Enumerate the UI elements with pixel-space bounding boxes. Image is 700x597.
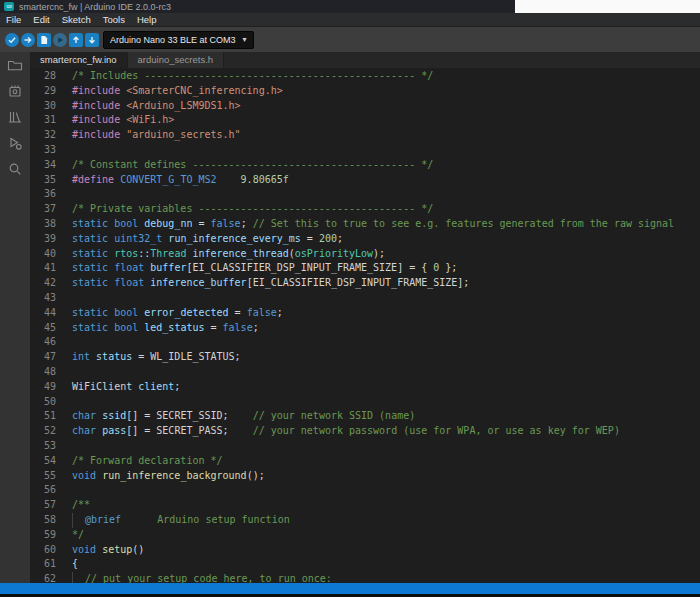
line-number: 60 — [30, 543, 64, 558]
code-token: char — [72, 410, 96, 421]
code-token: buffer — [150, 262, 186, 273]
verify-button[interactable] — [4, 32, 19, 47]
line-number: 50 — [30, 395, 64, 410]
check-icon — [5, 33, 19, 47]
code-token: static — [72, 248, 108, 259]
sidebar-item-library-manager[interactable] — [0, 104, 30, 130]
code-text: // put your setup code here, to run once… — [64, 572, 332, 583]
code-text: { — [64, 557, 78, 572]
code-line: 44static bool error_detected = false; — [30, 306, 700, 321]
code-line: 51char ssid[] = SECRET_SSID; // your net… — [30, 409, 700, 424]
line-number: 57 — [30, 498, 64, 513]
line-number: 62 — [30, 572, 64, 583]
board-selector[interactable]: Arduino Nano 33 BLE at COM3 ▾ — [103, 31, 254, 49]
line-number: 39 — [30, 232, 64, 247]
code-line: 36 — [30, 187, 700, 202]
line-number: 46 — [30, 335, 64, 350]
line-number: 43 — [30, 291, 64, 306]
toolbar: Arduino Nano 33 BLE at COM3 ▾ — [0, 26, 700, 52]
tab-smartercnc-fw-ino[interactable]: smartercnc_fw.ino — [30, 52, 128, 68]
books-icon — [7, 109, 23, 125]
background-window-area — [515, 0, 700, 13]
code-token: static — [72, 277, 108, 288]
code-token: [EI_CLASSIFIER_DSP_INPUT_FRAME_SIZE]; — [247, 277, 470, 288]
tab-arduino-secrets-h[interactable]: arduino_secrets.h — [128, 52, 225, 68]
menu-bar: FileEditSketchToolsHelp — [0, 13, 700, 26]
code-text: #include "arduino_secrets.h" — [64, 128, 241, 143]
code-token: void — [72, 470, 96, 481]
menu-item-tools[interactable]: Tools — [97, 13, 131, 26]
line-number: 54 — [30, 454, 64, 469]
code-token: ssid — [102, 410, 126, 421]
code-token: int — [72, 351, 90, 362]
folder-icon — [7, 57, 23, 73]
code-text: static bool error_detected = false; — [64, 306, 283, 321]
code-token: /** — [72, 499, 90, 510]
code-token: }; — [439, 262, 457, 273]
code-text — [64, 439, 72, 454]
new-sketch-button[interactable] — [36, 32, 51, 47]
code-line: 46 — [30, 335, 700, 350]
line-number: 53 — [30, 439, 64, 454]
menu-item-file[interactable]: File — [0, 13, 27, 26]
title-bar: ∞ smartercnc_fw | Arduino IDE 2.0.0-rc3 — [0, 0, 700, 13]
code-line: 42static float inference_buffer[EI_CLASS… — [30, 276, 700, 291]
app-window: ∞ smartercnc_fw | Arduino IDE 2.0.0-rc3 … — [0, 0, 700, 597]
line-number: 61 — [30, 557, 64, 572]
code-text: void setup() — [64, 543, 144, 558]
upload-button[interactable] — [20, 32, 35, 47]
code-line: 52char pass[] = SECRET_PASS; // your net… — [30, 424, 700, 439]
line-number: 42 — [30, 276, 64, 291]
code-token: bool — [114, 218, 138, 229]
sidebar-item-search[interactable] — [0, 156, 30, 182]
code-token: // your network password (use for WPA, o… — [253, 425, 620, 436]
bottom-panel-resize-handle[interactable] — [0, 583, 700, 594]
code-line: 43 — [30, 291, 700, 306]
code-line: 54/* Forward declaration */ — [30, 454, 700, 469]
code-token: ; — [337, 233, 343, 244]
tab-bar: smartercnc_fw.inoarduino_secrets.h — [30, 52, 700, 68]
arduino-logo-icon: ∞ — [4, 2, 14, 11]
code-token: #include — [72, 85, 126, 96]
code-text: WiFiClient client; — [64, 380, 180, 395]
menu-item-help[interactable]: Help — [131, 13, 163, 26]
code-token: { — [72, 558, 78, 569]
line-number: 37 — [30, 202, 64, 217]
sidebar-item-debugger[interactable] — [0, 130, 30, 156]
line-number: 45 — [30, 321, 64, 336]
window-title: smartercnc_fw | Arduino IDE 2.0.0-rc3 — [19, 2, 171, 12]
open-button[interactable] — [68, 32, 83, 47]
save-button[interactable] — [84, 32, 99, 47]
code-token: bool — [114, 322, 138, 333]
code-line: 28/* Includes --------------------------… — [30, 69, 700, 84]
code-text: static float inference_buffer[EI_CLASSIF… — [64, 276, 469, 291]
code-token: inference_thread — [192, 248, 288, 259]
code-line: 32#include "arduino_secrets.h" — [30, 128, 700, 143]
code-token: char — [72, 425, 96, 436]
line-number: 38 — [30, 217, 64, 232]
code-token: status — [96, 351, 132, 362]
sidebar-item-sketchbook[interactable] — [0, 52, 30, 78]
code-line: 37/* Private variables -----------------… — [30, 202, 700, 217]
sidebar-item-boards-manager[interactable] — [0, 78, 30, 104]
line-number: 56 — [30, 483, 64, 498]
line-number: 48 — [30, 365, 64, 380]
debug-button[interactable] — [52, 32, 67, 47]
code-token: WiFiClient — [72, 381, 138, 392]
menu-item-sketch[interactable]: Sketch — [56, 13, 97, 26]
code-text — [64, 335, 72, 350]
code-token: #include — [72, 114, 126, 125]
activity-sidebar — [0, 52, 30, 583]
code-token: led_status — [144, 322, 204, 333]
code-token: [EI_CLASSIFIER_DSP_INPUT_FRAME_SIZE] = { — [186, 262, 433, 273]
menu-item-edit[interactable]: Edit — [27, 13, 55, 26]
line-number: 36 — [30, 187, 64, 202]
code-line: 48 — [30, 365, 700, 380]
line-number: 30 — [30, 99, 64, 114]
code-text: static bool led_status = false; — [64, 321, 259, 336]
code-editor[interactable]: 28/* Includes --------------------------… — [30, 68, 700, 583]
code-token: = — [192, 218, 210, 229]
code-token: float — [114, 277, 144, 288]
code-line: 33 — [30, 143, 700, 158]
code-token: [] = SECRET_SSID; — [126, 410, 252, 421]
